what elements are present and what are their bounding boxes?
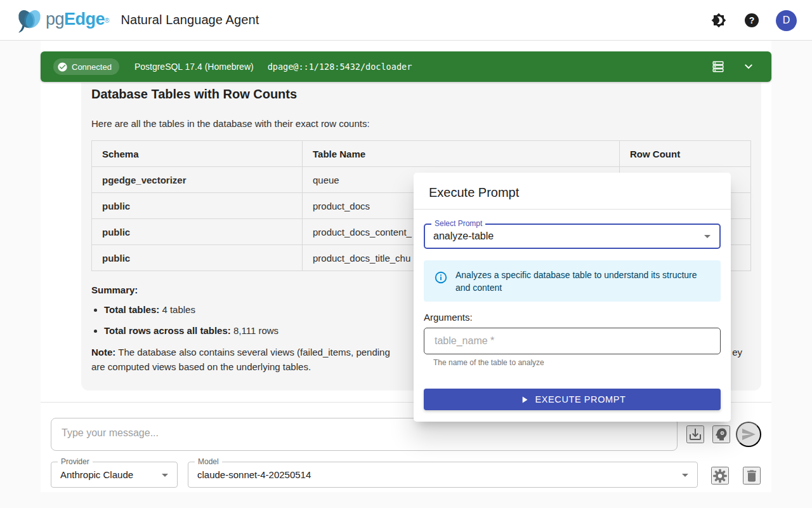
connection-expand-button[interactable]	[740, 58, 757, 76]
model-select-value: claude-sonnet-4-20250514	[197, 462, 311, 487]
execute-prompt-button[interactable]: EXECUTE PROMPT	[424, 389, 721, 410]
settings-button[interactable]	[711, 467, 729, 485]
brightness-icon	[711, 13, 726, 28]
argument-helper-text: The name of the table to analyze	[433, 358, 721, 367]
provider-select-value: Anthropic Claude	[60, 462, 133, 487]
gear-icon	[712, 468, 728, 484]
dropdown-arrow-icon	[700, 229, 715, 244]
help-button[interactable]: ?	[743, 11, 761, 29]
message-heading: Database Tables with Row Counts	[91, 86, 751, 102]
app-root: pgEdge® Natural Language Agent ? D Conne…	[0, 0, 812, 508]
pgedge-wordmark: pgEdge®	[46, 11, 109, 29]
pgedge-logo-icon	[15, 7, 44, 34]
column-header-schema: Schema	[92, 141, 303, 167]
connection-status-label: Connected	[72, 62, 112, 72]
send-icon	[741, 427, 756, 442]
arguments-label: Arguments:	[424, 312, 721, 323]
play-icon	[519, 394, 530, 405]
prompt-select[interactable]: Select Prompt analyze-table	[424, 224, 721, 249]
check-circle-icon	[57, 62, 68, 72]
user-avatar[interactable]: D	[776, 10, 797, 31]
connection-string: dpage@::1/128:5432/docloader	[268, 62, 412, 72]
send-button[interactable]	[736, 422, 761, 447]
message-intro: Here are all the tables in the database …	[91, 117, 751, 131]
dark-mode-toggle-button[interactable]	[710, 11, 728, 29]
export-chat-button[interactable]	[686, 425, 704, 443]
schema-cell: public	[92, 193, 303, 219]
help-icon: ?	[745, 13, 759, 27]
header-actions: ? D	[710, 0, 797, 41]
psychology-icon	[714, 427, 729, 443]
table-name-input[interactable]	[424, 328, 721, 354]
dialog-title: Execute Prompt	[414, 173, 731, 209]
chevron-down-icon	[741, 59, 756, 74]
connection-bar[interactable]: Connected PostgreSQL 17.4 (Homebrew) dpa…	[41, 51, 771, 82]
prompt-select-value: analyze-table	[433, 225, 494, 248]
connection-status-chip: Connected	[53, 58, 119, 75]
connection-actions	[709, 58, 757, 76]
prompt-description-alert: Analyzes a specific database table to un…	[424, 260, 721, 302]
prompt-description-text: Analyzes a specific database table to un…	[455, 268, 712, 294]
page-title: Natural Language Agent	[121, 13, 259, 27]
table-header-row: Schema Table Name Row Count	[92, 141, 751, 167]
pgedge-logo: pgEdge®	[15, 7, 109, 34]
info-icon	[434, 271, 448, 284]
trash-icon	[744, 468, 759, 484]
app-header: pgEdge® Natural Language Agent ? D	[0, 0, 812, 41]
server-version-label: PostgreSQL 17.4 (Homebrew)	[134, 62, 254, 72]
server-list-icon	[711, 60, 725, 74]
dropdown-arrow-icon	[157, 467, 173, 483]
schema-cell: public	[92, 219, 303, 245]
thinking-mode-button[interactable]	[712, 425, 730, 443]
download-icon	[688, 427, 703, 442]
note-line-2: are computed views based on the underlyi…	[91, 361, 311, 372]
clear-chat-button[interactable]	[743, 467, 761, 485]
schema-cell: public	[92, 245, 303, 271]
provider-select[interactable]: Provider Anthropic Claude	[51, 462, 178, 488]
column-header-row-count: Row Count	[620, 141, 751, 167]
connection-list-button[interactable]	[709, 58, 727, 76]
model-select[interactable]: Model claude-sonnet-4-20250514	[188, 462, 698, 488]
dialog-divider	[414, 209, 731, 210]
column-header-table-name: Table Name	[303, 141, 620, 167]
schema-cell: pgedge_vectorizer	[92, 167, 303, 193]
execute-prompt-dialog: Execute Prompt Select Prompt analyze-tab…	[414, 173, 731, 422]
dropdown-arrow-icon	[678, 467, 693, 483]
message-input[interactable]	[51, 418, 678, 451]
